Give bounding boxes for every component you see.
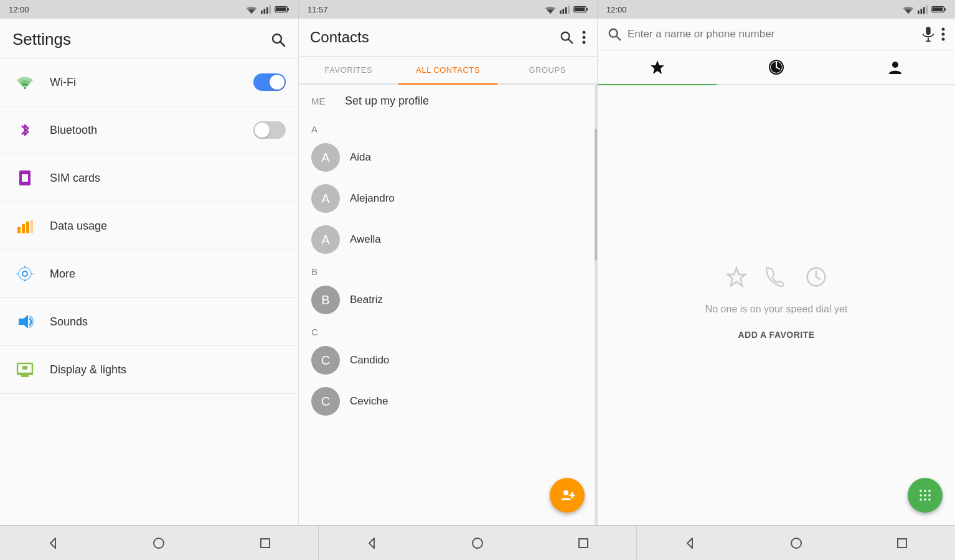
wifi-label: Wi-Fi — [50, 76, 253, 89]
contact-alejandro[interactable]: A Alejandro — [299, 178, 597, 219]
svg-rect-30 — [22, 224, 25, 233]
svg-point-80 — [154, 538, 164, 548]
status-time-contacts: 11:57 — [308, 5, 328, 14]
settings-item-sounds[interactable]: Sounds — [0, 298, 298, 346]
contact-aida[interactable]: A Aida — [299, 137, 597, 178]
contact-ceviche[interactable]: C Ceviche — [299, 381, 597, 422]
settings-item-display[interactable]: Display & lights — [0, 346, 298, 394]
settings-item-wifi[interactable]: Wi-Fi — [0, 58, 298, 106]
settings-item-sim[interactable]: SIM cards — [0, 154, 298, 202]
back-button-contacts[interactable] — [353, 531, 390, 556]
wifi-status-icon — [246, 5, 257, 14]
back-icon-contacts — [365, 537, 378, 549]
battery-dialer-icon — [931, 5, 946, 14]
svg-point-58 — [942, 33, 945, 36]
tab-recent[interactable] — [717, 50, 835, 84]
tab-groups[interactable]: GROUPS — [497, 57, 597, 83]
recents-button-contacts[interactable] — [565, 531, 602, 556]
settings-search-button[interactable] — [271, 32, 286, 47]
settings-item-bluetooth[interactable]: Bluetooth — [0, 106, 298, 154]
svg-point-71 — [924, 490, 926, 492]
contact-candido[interactable]: C Candido — [299, 340, 597, 381]
svg-point-47 — [583, 36, 586, 39]
wifi-toggle[interactable] — [253, 73, 286, 91]
home-button-dialer[interactable] — [778, 531, 815, 556]
add-contact-icon — [560, 488, 575, 503]
settings-header: Settings — [0, 19, 298, 58]
me-label: ME — [311, 96, 330, 106]
svg-line-53 — [616, 36, 620, 40]
contact-awella[interactable]: A Awella — [299, 219, 597, 260]
tab-contacts-dialer[interactable] — [836, 50, 955, 84]
empty-clock-icon — [806, 266, 827, 287]
add-contact-fab[interactable] — [550, 478, 585, 513]
signal-status-icon — [260, 5, 271, 14]
status-icons-settings — [246, 5, 289, 14]
contacts-search-button[interactable] — [560, 30, 573, 44]
dialer-speed-dial-content: No one is on your speed dial yet ADD A F… — [598, 85, 955, 525]
home-button-contacts[interactable] — [459, 531, 496, 556]
svg-point-76 — [920, 498, 922, 501]
svg-rect-10 — [563, 9, 565, 14]
bluetooth-icon-svg — [18, 121, 32, 139]
dialer-search-button[interactable] — [608, 27, 621, 41]
scroll-track — [595, 85, 597, 525]
bottom-nav-dialer — [637, 525, 955, 560]
svg-rect-15 — [575, 7, 585, 11]
recents-button-settings[interactable] — [247, 531, 284, 556]
sounds-icon-svg — [16, 313, 34, 330]
contacts-panel: Contacts FAVORITES — [299, 19, 598, 525]
tab-favorites[interactable]: FAVORITES — [299, 57, 398, 83]
section-a: A — [299, 118, 597, 137]
keypad-icon — [918, 488, 933, 503]
svg-marker-79 — [50, 538, 55, 548]
dialer-more-button[interactable] — [941, 27, 945, 41]
contacts-header-icons — [560, 30, 586, 44]
back-button-settings[interactable] — [34, 531, 72, 556]
svg-rect-12 — [568, 6, 570, 14]
svg-rect-43 — [22, 366, 27, 370]
contacts-search-icon — [560, 30, 573, 44]
back-button-dialer[interactable] — [671, 531, 708, 556]
speed-dial-icons-row — [726, 266, 827, 287]
svg-point-83 — [473, 538, 482, 548]
svg-point-16 — [908, 12, 909, 14]
svg-rect-32 — [31, 220, 33, 233]
section-c: C — [299, 320, 597, 340]
tab-speed-dial[interactable] — [598, 50, 717, 84]
svg-point-74 — [924, 494, 926, 497]
status-time-dialer: 12:00 — [606, 5, 627, 14]
add-favorite-button[interactable]: ADD A FAVORITE — [728, 325, 824, 345]
display-icon — [12, 357, 37, 382]
dialer-search-input[interactable] — [628, 28, 915, 40]
status-bar-settings: 12:00 — [0, 0, 299, 19]
svg-rect-81 — [261, 539, 270, 548]
svg-point-8 — [550, 12, 551, 14]
svg-point-34 — [19, 268, 31, 280]
dialer-mic-button[interactable] — [921, 26, 935, 42]
settings-title: Settings — [12, 30, 71, 49]
tab-all-contacts[interactable]: ALL CONTACTS — [398, 57, 498, 83]
recents-button-dialer[interactable] — [883, 531, 921, 556]
contact-beatriz[interactable]: B Beatriz — [299, 279, 597, 320]
back-icon-dialer — [684, 537, 696, 549]
sim-icon-svg — [18, 169, 32, 187]
svg-marker-85 — [687, 538, 692, 548]
contacts-more-button[interactable] — [582, 30, 586, 44]
bluetooth-toggle[interactable] — [253, 121, 286, 139]
me-profile-row[interactable]: ME Set up my profile — [299, 85, 597, 118]
dialer-search-icon — [608, 27, 621, 41]
sim-label: SIM cards — [50, 172, 286, 185]
contact-name-candido: Candido — [350, 354, 389, 366]
recents-icon-contacts — [577, 537, 590, 549]
home-button-settings[interactable] — [140, 531, 177, 556]
recents-icon-settings — [259, 537, 271, 549]
battery-status-icon — [275, 5, 289, 14]
settings-item-data[interactable]: Data usage — [0, 202, 298, 250]
dialer-keypad-fab[interactable] — [908, 478, 943, 513]
back-icon-settings — [47, 537, 59, 549]
speed-dial-clock-icon — [806, 266, 827, 287]
avatar-awella: A — [311, 225, 340, 254]
svg-point-26 — [24, 87, 26, 90]
settings-item-more[interactable]: More — [0, 250, 298, 298]
